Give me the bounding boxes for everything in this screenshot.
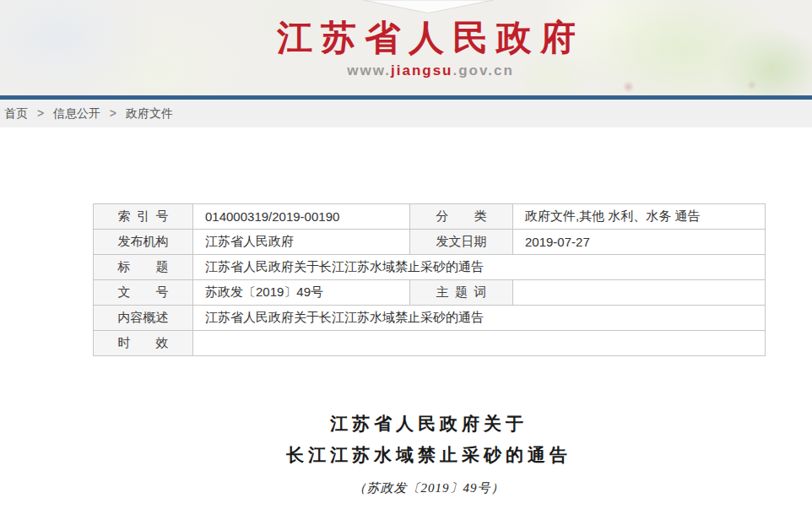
table-row: 标题 江苏省人民政府关于长江江苏水域禁止采砂的通告 xyxy=(94,255,766,280)
title-label: 标题 xyxy=(94,255,193,280)
breadcrumb-home-link[interactable]: 首页 xyxy=(4,106,28,120)
validity-label: 时效 xyxy=(94,331,193,356)
site-title: 江苏省人民政府 xyxy=(49,17,812,59)
document-meta-table: 索引号 014000319/2019-00190 分类 政府文件,其他 水利、水… xyxy=(93,203,766,356)
issuing-agency-label: 发布机构 xyxy=(94,230,193,255)
site-url-prefix: www. xyxy=(347,62,391,79)
issuing-agency-value: 江苏省人民政府 xyxy=(193,230,410,255)
main-content: 索引号 014000319/2019-00190 分类 政府文件,其他 水利、水… xyxy=(93,203,765,499)
subject-words-value xyxy=(513,280,766,306)
breadcrumb: 首页 > 信息公开 > 政府文件 xyxy=(0,100,812,127)
category-label: 分类 xyxy=(410,204,513,230)
category-value: 政府文件,其他 水利、水务 通告 xyxy=(513,204,766,230)
issue-date-value: 2019-07-27 xyxy=(513,230,766,255)
content-summary-value: 江苏省人民政府关于长江江苏水域禁止采砂的通告 xyxy=(193,306,766,331)
content-summary-label: 内容概述 xyxy=(94,306,193,331)
document-number-value: 苏政发〔2019〕49号 xyxy=(193,280,410,306)
table-row: 内容概述 江苏省人民政府关于长江江苏水域禁止采砂的通告 xyxy=(94,306,766,331)
index-number-label: 索引号 xyxy=(94,204,193,230)
validity-value xyxy=(193,331,766,356)
document-title: 江苏省人民政府关于 长江江苏水域禁止采砂的通告 （苏政发〔2019〕49号） xyxy=(93,409,765,499)
breadcrumb-current-page: 政府文件 xyxy=(126,106,173,120)
document-title-line2: 长江江苏水域禁止采砂的通告 xyxy=(93,440,765,471)
issue-date-label: 发文日期 xyxy=(410,230,513,255)
subject-words-label: 主题词 xyxy=(410,280,513,306)
table-row: 时效 xyxy=(94,331,766,356)
table-row: 文号 苏政发〔2019〕49号 主题词 xyxy=(94,280,766,306)
site-banner: 江苏省人民政府 www.jiangsu.gov.cn xyxy=(0,0,812,95)
site-url: www.jiangsu.gov.cn xyxy=(49,62,812,79)
breadcrumb-info-disclosure-link[interactable]: 信息公开 xyxy=(53,106,100,120)
table-row: 发布机构 江苏省人民政府 发文日期 2019-07-27 xyxy=(94,230,766,255)
chevron-down-icon xyxy=(363,0,494,14)
site-url-suffix: .gov.cn xyxy=(453,62,514,79)
breadcrumb-separator: > xyxy=(110,106,116,120)
title-value: 江苏省人民政府关于长江江苏水域禁止采砂的通告 xyxy=(193,255,766,280)
breadcrumb-separator: > xyxy=(37,106,44,120)
document-number-label: 文号 xyxy=(94,280,193,306)
table-row: 索引号 014000319/2019-00190 分类 政府文件,其他 水利、水… xyxy=(94,204,766,230)
document-title-line1: 江苏省人民政府关于 xyxy=(93,409,765,440)
index-number-value: 014000319/2019-00190 xyxy=(193,204,410,230)
site-url-domain: jiangsu xyxy=(391,62,453,79)
document-number: （苏政发〔2019〕49号） xyxy=(93,477,765,499)
